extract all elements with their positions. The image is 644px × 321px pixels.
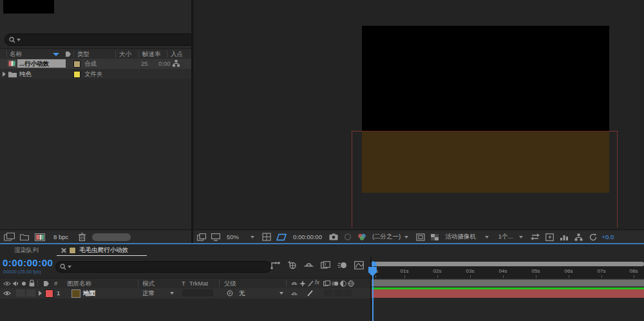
blend-mode-select[interactable]: 正常 xyxy=(142,289,155,298)
tab-active-comp[interactable]: 毛毛虫爬行小动效 xyxy=(79,246,128,255)
mini-flowchart-icon[interactable] xyxy=(270,261,280,269)
switch-cell[interactable] xyxy=(334,289,342,297)
mask-path-visibility-icon[interactable] xyxy=(276,233,287,241)
graph-editor-icon[interactable] xyxy=(354,261,364,269)
layer-quality-toggle-icon[interactable] xyxy=(307,290,313,297)
resolution-caret-icon[interactable] xyxy=(404,236,408,238)
layer-shy-toggle-icon[interactable] xyxy=(291,291,298,297)
bit-depth-button[interactable]: 8 bpc xyxy=(53,233,68,240)
collapse-transformations-icon[interactable] xyxy=(299,280,306,287)
shy-icon[interactable] xyxy=(304,261,314,269)
column-name[interactable]: 名称 xyxy=(10,50,22,59)
column-size[interactable]: 大小 xyxy=(119,50,131,59)
switch-cell[interactable] xyxy=(343,289,352,297)
column-type[interactable]: 类型 xyxy=(77,50,90,59)
switch-cell[interactable] xyxy=(324,289,332,297)
view-count-caret-icon[interactable] xyxy=(519,236,523,238)
show-snapshot-icon[interactable] xyxy=(344,233,352,240)
label-tag-icon[interactable] xyxy=(65,51,71,57)
ruler-tick xyxy=(569,275,569,278)
trkmat-cell[interactable] xyxy=(182,289,213,297)
exposure-value[interactable]: +0.0 xyxy=(601,233,614,240)
shared-view-options-icon[interactable] xyxy=(531,233,540,240)
shy-switch-icon[interactable] xyxy=(291,280,298,287)
layer-expand-icon[interactable] xyxy=(39,291,42,296)
frame-blend-switch-icon[interactable] xyxy=(323,280,330,287)
flowchart-icon[interactable] xyxy=(574,233,583,241)
viewer-timecode[interactable]: 0:00:00:00 xyxy=(293,233,322,240)
new-folder-icon[interactable] xyxy=(20,233,29,240)
frame-blend-icon[interactable] xyxy=(321,261,330,269)
column-in-point[interactable]: 入点 xyxy=(171,50,183,59)
magnification-caret-icon[interactable] xyxy=(251,236,254,238)
adjustment-layer-icon[interactable] xyxy=(340,280,346,287)
horizontal-scrollbar-thumb[interactable] xyxy=(92,233,131,241)
composition-sky-area[interactable] xyxy=(362,26,609,131)
parent-pickwhip-icon[interactable] xyxy=(227,290,233,297)
3d-layer-icon[interactable] xyxy=(348,280,354,287)
audio-toggle-cell[interactable] xyxy=(16,289,25,297)
label-color-swatch-yellow[interactable] xyxy=(73,71,80,78)
column-frame-rate[interactable]: 帧速率 xyxy=(142,50,161,59)
lock-column-icon[interactable] xyxy=(29,280,35,287)
snapshot-camera-icon[interactable] xyxy=(329,233,338,240)
transparency-grid-icon[interactable] xyxy=(430,233,439,241)
monitor-icon[interactable] xyxy=(211,233,220,241)
layer-name[interactable]: 地面 xyxy=(83,289,95,298)
view-count-select[interactable]: 1个... xyxy=(498,233,513,241)
magnification-select[interactable]: 50% xyxy=(227,233,239,240)
parent-caret-icon[interactable] xyxy=(279,292,283,295)
ground-solid-layer[interactable] xyxy=(362,131,609,193)
exposure-histogram-icon[interactable] xyxy=(560,233,569,241)
item-name-selected[interactable]: ...行小动效 xyxy=(17,59,66,68)
project-item-composition[interactable]: ...行小动效 合成 25 0:00 xyxy=(0,59,191,69)
motion-blur-icon[interactable] xyxy=(337,261,347,269)
camera-view-caret-icon[interactable] xyxy=(485,236,489,238)
view-layout-icon[interactable] xyxy=(197,233,206,241)
item-name[interactable]: 纯色 xyxy=(19,70,32,79)
layer-label-color-red[interactable] xyxy=(45,289,53,298)
column-layer-name[interactable]: 图层名称 xyxy=(67,280,91,288)
effects-fx-icon[interactable]: fx xyxy=(315,279,319,286)
new-composition-icon[interactable] xyxy=(35,233,45,241)
solo-column-icon[interactable] xyxy=(22,282,26,286)
column-separator xyxy=(286,280,287,287)
folder-expand-icon[interactable] xyxy=(3,72,6,77)
solo-toggle-cell[interactable] xyxy=(26,289,35,297)
trash-icon[interactable] xyxy=(79,233,86,241)
column-number[interactable]: # xyxy=(54,280,57,287)
audio-column-speaker-icon[interactable] xyxy=(13,280,19,287)
show-channels-icon[interactable] xyxy=(357,233,366,240)
interpret-footage-icon[interactable] xyxy=(4,233,15,241)
layer-visibility-eye-icon[interactable] xyxy=(3,291,11,296)
reset-exposure-icon[interactable] xyxy=(589,233,597,241)
region-of-interest-icon[interactable] xyxy=(416,233,425,241)
time-navigator-bar[interactable] xyxy=(372,262,644,266)
grid-guides-options-icon[interactable] xyxy=(262,233,271,241)
motion-blur-switch-icon[interactable] xyxy=(332,280,339,287)
sort-direction-icon[interactable] xyxy=(53,53,59,56)
current-timecode[interactable]: 0:00:00:00 xyxy=(3,257,53,268)
fast-preview-icon[interactable] xyxy=(545,233,554,241)
project-item-folder[interactable]: 纯色 文件夹 xyxy=(0,69,191,79)
column-parent[interactable]: 父级 xyxy=(224,280,236,288)
tab-render-queue[interactable]: 渲染队列 xyxy=(14,246,39,255)
blend-mode-caret-icon[interactable] xyxy=(170,292,174,295)
label-tag-icon[interactable] xyxy=(43,280,50,287)
camera-view-select[interactable]: 活动摄像机 xyxy=(445,233,476,241)
column-t[interactable]: T xyxy=(182,280,185,287)
project-search-input[interactable] xyxy=(5,34,194,46)
quality-icon[interactable] xyxy=(308,280,314,287)
parent-select[interactable]: 无 xyxy=(239,289,245,298)
work-area-bar[interactable] xyxy=(372,279,644,287)
column-trkmat[interactable]: TrkMat xyxy=(189,280,208,287)
column-mode[interactable]: 模式 xyxy=(142,280,155,288)
label-color-swatch-sandstone[interactable] xyxy=(73,61,80,68)
resolution-select[interactable]: (二分之一) xyxy=(372,233,401,241)
time-ruler[interactable]: 0s 01s 02s 03s 04s 05s 06s 07s 08s xyxy=(372,267,644,278)
video-column-eye-icon[interactable] xyxy=(3,281,11,286)
layer-duration-bar[interactable] xyxy=(372,289,644,298)
layer-row-ground[interactable]: 1 地面 正常 无 xyxy=(0,288,371,298)
timeline-search-input[interactable] xyxy=(55,261,272,273)
draft-3d-icon[interactable] xyxy=(287,260,297,269)
